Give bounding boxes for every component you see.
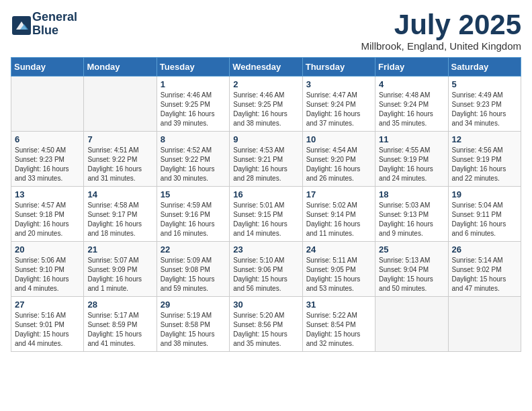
cell-info: Sunrise: 4:53 AMSunset: 9:21 PMDaylight:… xyxy=(233,146,298,183)
cell-info: Sunrise: 5:16 AMSunset: 9:01 PMDaylight:… xyxy=(15,311,80,349)
day-number: 28 xyxy=(87,300,152,310)
calendar-cell: 31Sunrise: 5:22 AMSunset: 8:54 PMDayligh… xyxy=(302,297,375,352)
calendar-cell: 8Sunrise: 4:52 AMSunset: 9:22 PMDaylight… xyxy=(157,132,229,187)
calendar-cell xyxy=(11,77,84,132)
calendar-week-2: 6Sunrise: 4:50 AMSunset: 9:23 PMDaylight… xyxy=(11,132,521,187)
day-number: 3 xyxy=(306,79,371,89)
cell-info: Sunrise: 4:47 AMSunset: 9:24 PMDaylight:… xyxy=(306,91,371,128)
day-number: 1 xyxy=(161,79,226,89)
cell-info: Sunrise: 5:13 AMSunset: 9:04 PMDaylight:… xyxy=(379,256,444,293)
cell-info: Sunrise: 5:09 AMSunset: 9:08 PMDaylight:… xyxy=(161,256,226,293)
calendar-cell: 30Sunrise: 5:20 AMSunset: 8:56 PMDayligh… xyxy=(230,297,302,352)
day-number: 15 xyxy=(161,189,226,199)
day-number: 2 xyxy=(233,79,298,89)
day-header-monday: Monday xyxy=(84,58,157,77)
day-number: 21 xyxy=(87,244,152,255)
cell-info: Sunrise: 4:52 AMSunset: 9:22 PMDaylight:… xyxy=(161,146,226,183)
calendar-week-5: 27Sunrise: 5:16 AMSunset: 9:01 PMDayligh… xyxy=(11,297,521,352)
calendar-cell: 29Sunrise: 5:19 AMSunset: 8:58 PMDayligh… xyxy=(157,297,229,352)
calendar-cell: 10Sunrise: 4:54 AMSunset: 9:20 PMDayligh… xyxy=(302,132,375,187)
calendar-header-row: SundayMondayTuesdayWednesdayThursdayFrid… xyxy=(11,58,521,77)
calendar-cell: 19Sunrise: 5:04 AMSunset: 9:11 PMDayligh… xyxy=(448,187,521,242)
day-number: 18 xyxy=(379,189,444,199)
calendar-cell: 5Sunrise: 4:49 AMSunset: 9:23 PMDaylight… xyxy=(448,77,521,132)
day-number: 20 xyxy=(15,244,80,255)
calendar-cell: 18Sunrise: 5:03 AMSunset: 9:13 PMDayligh… xyxy=(375,187,448,242)
day-number: 12 xyxy=(452,134,517,144)
cell-info: Sunrise: 4:56 AMSunset: 9:19 PMDaylight:… xyxy=(452,146,517,183)
cell-info: Sunrise: 4:58 AMSunset: 9:17 PMDaylight:… xyxy=(87,201,152,238)
logo: General Blue xyxy=(11,11,77,38)
calendar-week-3: 13Sunrise: 4:57 AMSunset: 9:18 PMDayligh… xyxy=(11,187,521,242)
calendar-cell: 16Sunrise: 5:01 AMSunset: 9:15 PMDayligh… xyxy=(230,187,302,242)
cell-info: Sunrise: 5:04 AMSunset: 9:11 PMDaylight:… xyxy=(452,201,517,238)
cell-info: Sunrise: 4:54 AMSunset: 9:20 PMDaylight:… xyxy=(306,146,371,183)
day-number: 29 xyxy=(161,300,226,310)
calendar-cell: 27Sunrise: 5:16 AMSunset: 9:01 PMDayligh… xyxy=(11,297,84,352)
calendar-cell: 14Sunrise: 4:58 AMSunset: 9:17 PMDayligh… xyxy=(84,187,157,242)
day-number: 6 xyxy=(15,134,80,144)
day-number: 10 xyxy=(306,134,371,144)
calendar-cell: 12Sunrise: 4:56 AMSunset: 9:19 PMDayligh… xyxy=(448,132,521,187)
day-header-tuesday: Tuesday xyxy=(157,58,229,77)
calendar-cell: 28Sunrise: 5:17 AMSunset: 8:59 PMDayligh… xyxy=(84,297,157,352)
calendar-cell: 20Sunrise: 5:06 AMSunset: 9:10 PMDayligh… xyxy=(11,242,84,297)
calendar-table: SundayMondayTuesdayWednesdayThursdayFrid… xyxy=(11,57,521,352)
cell-info: Sunrise: 4:51 AMSunset: 9:22 PMDaylight:… xyxy=(87,146,152,183)
day-number: 16 xyxy=(233,189,298,199)
day-number: 14 xyxy=(87,189,152,199)
cell-info: Sunrise: 5:10 AMSunset: 9:06 PMDaylight:… xyxy=(233,256,298,293)
logo-icon xyxy=(11,15,30,34)
calendar-cell: 22Sunrise: 5:09 AMSunset: 9:08 PMDayligh… xyxy=(157,242,229,297)
logo-line2: Blue xyxy=(32,24,58,37)
calendar-cell: 25Sunrise: 5:13 AMSunset: 9:04 PMDayligh… xyxy=(375,242,448,297)
calendar-cell: 9Sunrise: 4:53 AMSunset: 9:21 PMDaylight… xyxy=(230,132,302,187)
day-header-wednesday: Wednesday xyxy=(230,58,302,77)
cell-info: Sunrise: 5:20 AMSunset: 8:56 PMDaylight:… xyxy=(233,311,298,349)
calendar-cell xyxy=(375,297,448,352)
day-number: 27 xyxy=(15,300,80,310)
day-number: 22 xyxy=(161,244,226,255)
day-header-friday: Friday xyxy=(375,58,448,77)
calendar-cell: 17Sunrise: 5:02 AMSunset: 9:14 PMDayligh… xyxy=(302,187,375,242)
day-number: 7 xyxy=(87,134,152,144)
calendar-cell: 3Sunrise: 4:47 AMSunset: 9:24 PMDaylight… xyxy=(302,77,375,132)
day-number: 26 xyxy=(452,244,517,255)
day-number: 24 xyxy=(306,244,371,255)
logo-line1: General xyxy=(32,10,77,24)
day-number: 9 xyxy=(233,134,298,144)
day-header-saturday: Saturday xyxy=(448,58,521,77)
day-number: 17 xyxy=(306,189,371,199)
day-header-thursday: Thursday xyxy=(302,58,375,77)
calendar-cell: 24Sunrise: 5:11 AMSunset: 9:05 PMDayligh… xyxy=(302,242,375,297)
cell-info: Sunrise: 5:22 AMSunset: 8:54 PMDaylight:… xyxy=(306,311,371,349)
logo-text: General Blue xyxy=(32,11,77,38)
calendar-cell: 4Sunrise: 4:48 AMSunset: 9:24 PMDaylight… xyxy=(375,77,448,132)
day-header-sunday: Sunday xyxy=(11,58,84,77)
calendar-cell: 13Sunrise: 4:57 AMSunset: 9:18 PMDayligh… xyxy=(11,187,84,242)
cell-info: Sunrise: 4:46 AMSunset: 9:25 PMDaylight:… xyxy=(161,91,226,128)
page-header: General Blue July 2025 Millbrook, Englan… xyxy=(11,11,521,52)
cell-info: Sunrise: 4:49 AMSunset: 9:23 PMDaylight:… xyxy=(452,91,517,128)
day-number: 19 xyxy=(452,189,517,199)
cell-info: Sunrise: 4:59 AMSunset: 9:16 PMDaylight:… xyxy=(161,201,226,238)
calendar-cell: 2Sunrise: 4:46 AMSunset: 9:25 PMDaylight… xyxy=(230,77,302,132)
cell-info: Sunrise: 5:07 AMSunset: 9:09 PMDaylight:… xyxy=(87,256,152,293)
cell-info: Sunrise: 5:02 AMSunset: 9:14 PMDaylight:… xyxy=(306,201,371,238)
cell-info: Sunrise: 5:11 AMSunset: 9:05 PMDaylight:… xyxy=(306,256,371,293)
cell-info: Sunrise: 4:46 AMSunset: 9:25 PMDaylight:… xyxy=(233,91,298,128)
day-number: 13 xyxy=(15,189,80,199)
cell-info: Sunrise: 5:19 AMSunset: 8:58 PMDaylight:… xyxy=(161,311,226,349)
location: Millbrook, England, United Kingdom xyxy=(361,40,521,52)
cell-info: Sunrise: 4:57 AMSunset: 9:18 PMDaylight:… xyxy=(15,201,80,238)
day-number: 11 xyxy=(379,134,444,144)
cell-info: Sunrise: 5:14 AMSunset: 9:02 PMDaylight:… xyxy=(452,256,517,293)
cell-info: Sunrise: 5:01 AMSunset: 9:15 PMDaylight:… xyxy=(233,201,298,238)
cell-info: Sunrise: 5:06 AMSunset: 9:10 PMDaylight:… xyxy=(15,256,80,293)
calendar-cell: 6Sunrise: 4:50 AMSunset: 9:23 PMDaylight… xyxy=(11,132,84,187)
day-number: 30 xyxy=(233,300,298,310)
calendar-week-1: 1Sunrise: 4:46 AMSunset: 9:25 PMDaylight… xyxy=(11,77,521,132)
title-block: July 2025 Millbrook, England, United Kin… xyxy=(361,11,521,52)
day-number: 31 xyxy=(306,300,371,310)
calendar-cell xyxy=(448,297,521,352)
